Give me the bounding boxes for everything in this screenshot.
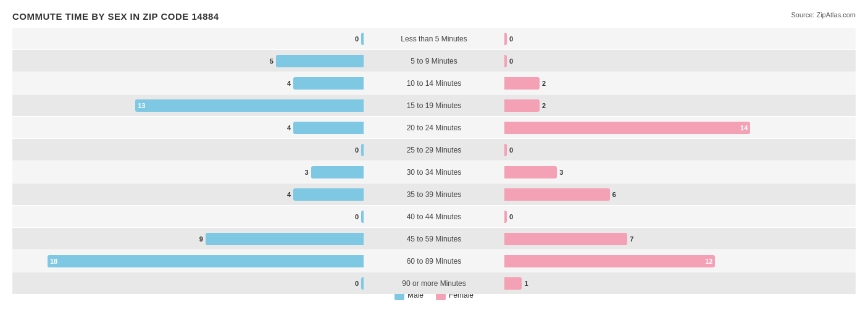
female-side: 0 xyxy=(502,50,856,72)
male-side: 4 xyxy=(12,183,366,205)
female-value: 0 xyxy=(509,57,513,65)
female-bar xyxy=(504,166,557,178)
male-bar xyxy=(206,233,364,245)
male-bar-wrap: 5 xyxy=(12,55,364,67)
female-bar xyxy=(504,233,627,245)
row-label: 40 to 44 Minutes xyxy=(366,212,502,221)
male-bar: 13 xyxy=(135,99,364,112)
row-label: Less than 5 Minutes xyxy=(366,35,502,43)
male-bar xyxy=(361,277,364,290)
female-value: 2 xyxy=(542,102,546,109)
male-value: 0 xyxy=(355,35,359,43)
row-label: 30 to 34 Minutes xyxy=(366,168,502,177)
male-bar xyxy=(361,144,364,156)
row-label: 90 or more Minutes xyxy=(366,279,502,288)
row-label: 25 to 29 Minutes xyxy=(366,146,502,154)
female-bar-wrap: 0 xyxy=(504,211,856,223)
chart-row: 18 60 to 89 Minutes 12 xyxy=(12,250,856,272)
male-side: 4 xyxy=(12,117,366,138)
female-bar xyxy=(504,277,522,290)
female-bar-wrap: 12 xyxy=(504,255,856,267)
male-value: 5 xyxy=(270,57,273,65)
female-value: 1 xyxy=(524,280,528,287)
male-bar-wrap: 4 xyxy=(12,77,364,90)
chart-row: 4 35 to 39 Minutes 6 xyxy=(12,183,856,205)
row-label: 45 to 59 Minutes xyxy=(366,235,502,243)
chart-row: 0 25 to 29 Minutes 0 xyxy=(12,139,856,161)
female-value: 12 xyxy=(705,258,712,265)
bar-section: 4 20 to 24 Minutes 14 xyxy=(12,117,856,138)
female-bar: 12 xyxy=(504,255,715,267)
male-side: 13 xyxy=(12,94,366,116)
female-bar-wrap: 14 xyxy=(504,122,856,134)
female-side: 14 xyxy=(502,117,856,138)
male-side: 9 xyxy=(12,228,366,250)
chart-row: 0 Less than 5 Minutes 0 xyxy=(12,28,856,49)
female-bar: 14 xyxy=(504,122,750,134)
male-value: 4 xyxy=(287,191,291,198)
male-bar xyxy=(293,77,364,90)
chart-row: 4 10 to 14 Minutes 2 xyxy=(12,72,856,94)
bar-section: 13 15 to 19 Minutes 2 xyxy=(12,94,856,116)
chart-row: 3 30 to 34 Minutes 3 xyxy=(12,161,856,183)
male-bar-wrap: 0 xyxy=(12,277,364,290)
male-bar-wrap: 18 xyxy=(12,255,364,267)
female-side: 1 xyxy=(502,272,856,294)
male-value: 9 xyxy=(199,235,203,243)
male-bar xyxy=(361,211,364,223)
bar-section: 0 40 to 44 Minutes 0 xyxy=(12,206,856,227)
chart-row: 13 15 to 19 Minutes 2 xyxy=(12,94,856,116)
female-value: 2 xyxy=(542,80,546,87)
female-value: 3 xyxy=(559,169,563,176)
female-bar-wrap: 7 xyxy=(504,233,856,245)
male-side: 0 xyxy=(12,28,366,49)
male-bar-wrap: 0 xyxy=(12,33,364,45)
female-value: 6 xyxy=(612,191,616,198)
bar-section: 0 90 or more Minutes 1 xyxy=(12,272,856,294)
male-bar-wrap: 9 xyxy=(12,233,364,245)
chart-row: 5 5 to 9 Minutes 0 xyxy=(12,50,856,72)
chart-area: 0 Less than 5 Minutes 0 5 5 to 9 Minutes xyxy=(12,28,856,278)
male-side: 0 xyxy=(12,272,366,294)
female-value: 0 xyxy=(509,35,513,43)
female-side: 0 xyxy=(502,139,856,161)
row-label: 15 to 19 Minutes xyxy=(366,101,502,110)
male-bar: 18 xyxy=(48,255,364,267)
female-side: 6 xyxy=(502,183,856,205)
male-bar xyxy=(293,188,364,201)
male-bar-wrap: 0 xyxy=(12,144,364,156)
female-value: 0 xyxy=(509,213,513,220)
bar-section: 9 45 to 59 Minutes 7 xyxy=(12,228,856,250)
chart-row: 0 40 to 44 Minutes 0 xyxy=(12,206,856,227)
female-value: 0 xyxy=(509,146,513,154)
bar-section: 0 Less than 5 Minutes 0 xyxy=(12,28,856,49)
row-label: 5 to 9 Minutes xyxy=(366,57,502,65)
chart-title: COMMUTE TIME BY SEX IN ZIP CODE 14884 xyxy=(12,11,856,22)
chart-row: 9 45 to 59 Minutes 7 xyxy=(12,228,856,250)
male-bar-wrap: 3 xyxy=(12,166,364,178)
male-value: 13 xyxy=(138,102,145,109)
male-side: 18 xyxy=(12,250,366,272)
male-bar-wrap: 4 xyxy=(12,122,364,134)
male-bar xyxy=(311,166,364,178)
row-label: 10 to 14 Minutes xyxy=(366,79,502,88)
bar-section: 3 30 to 34 Minutes 3 xyxy=(12,161,856,183)
female-bar xyxy=(504,77,540,90)
chart-container: COMMUTE TIME BY SEX IN ZIP CODE 14884 So… xyxy=(0,0,868,323)
bar-section: 5 5 to 9 Minutes 0 xyxy=(12,50,856,72)
male-bar-wrap: 4 xyxy=(12,188,364,201)
female-side: 2 xyxy=(502,94,856,116)
bar-section: 4 35 to 39 Minutes 6 xyxy=(12,183,856,205)
female-bar xyxy=(504,55,507,67)
female-side: 0 xyxy=(502,28,856,49)
male-value: 0 xyxy=(355,213,359,220)
male-value: 0 xyxy=(355,146,359,154)
female-bar-wrap: 1 xyxy=(504,277,856,290)
female-value: 14 xyxy=(740,124,748,132)
bar-section: 18 60 to 89 Minutes 12 xyxy=(12,250,856,272)
male-side: 5 xyxy=(12,50,366,72)
male-value: 3 xyxy=(305,169,309,176)
female-bar-wrap: 0 xyxy=(504,33,856,45)
female-side: 7 xyxy=(502,228,856,250)
male-bar xyxy=(361,33,364,45)
